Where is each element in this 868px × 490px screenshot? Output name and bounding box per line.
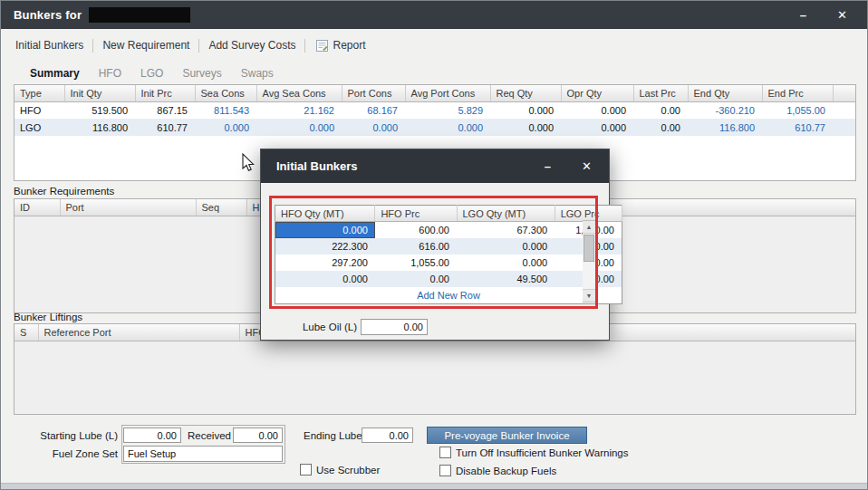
disable-backup-fuels-checkbox[interactable] bbox=[439, 465, 451, 476]
toolbar: Initial Bunkers New Requirement Add Surv… bbox=[1, 29, 867, 62]
bunker-requirements-title: Bunker Requirements bbox=[14, 186, 114, 197]
column-header-s: S bbox=[14, 324, 38, 341]
cell[interactable]: 0.000 bbox=[405, 119, 490, 136]
toolbar-separator bbox=[198, 39, 199, 53]
column-header-end-prc: End Prc bbox=[762, 85, 833, 101]
scrollbar-down-arrow-icon[interactable]: ▼ bbox=[583, 289, 595, 302]
dialog-row: 0.000 0.00 49.500 0.00 bbox=[275, 271, 622, 287]
dialog-row: 297.200 1,055.00 0.000 0.00 bbox=[275, 255, 622, 271]
cell[interactable]: 610.77 bbox=[762, 119, 833, 136]
summary-header-row: Type Init Qty Init Prc Sea Cons Avg Sea … bbox=[14, 85, 855, 101]
cell[interactable]: HFO bbox=[14, 101, 64, 119]
cell[interactable]: 0.000 bbox=[490, 119, 561, 136]
cell[interactable]: 5.829 bbox=[405, 101, 490, 119]
cell[interactable]: 0.000 bbox=[490, 101, 561, 119]
column-header-lgo-qty: LGO Qty (MT) bbox=[457, 206, 555, 222]
toolbar-add-survey-costs[interactable]: Add Survey Costs bbox=[208, 39, 295, 52]
cell[interactable]: 0.000 bbox=[457, 255, 555, 271]
cell[interactable]: 867.15 bbox=[135, 101, 195, 119]
cell[interactable]: 222.300 bbox=[275, 238, 375, 255]
cell[interactable]: 0.000 bbox=[256, 119, 342, 136]
toolbar-report-button[interactable]: Report bbox=[316, 39, 365, 52]
use-scrubber-checkbox[interactable] bbox=[300, 464, 312, 476]
dialog-controls: – ✕ bbox=[545, 159, 593, 173]
cell[interactable]: 0.000 bbox=[342, 119, 405, 136]
disable-backup-fuels-checkbox-row: Disable Backup Fuels bbox=[439, 465, 556, 476]
dialog-minimize-button[interactable]: – bbox=[545, 159, 551, 173]
close-button[interactable]: ✕ bbox=[837, 9, 847, 21]
cell[interactable]: 67.300 bbox=[457, 222, 555, 239]
report-icon bbox=[316, 40, 328, 52]
dialog-titlebar[interactable]: Initial Bunkers – ✕ bbox=[261, 149, 609, 183]
cell-selected[interactable]: 0.000 bbox=[275, 222, 375, 239]
cell[interactable]: 116.800 bbox=[688, 119, 762, 136]
cell[interactable]: 21.162 bbox=[256, 101, 342, 119]
dialog-grid-scrollbar[interactable]: ▲ ▼ bbox=[583, 220, 596, 303]
cell[interactable]: 811.543 bbox=[195, 101, 256, 119]
column-header-init-prc: Init Prc bbox=[135, 85, 195, 101]
cell[interactable]: 0.00 bbox=[375, 271, 457, 287]
turn-off-warnings-checkbox[interactable] bbox=[439, 447, 451, 458]
add-new-row: Add New Row bbox=[275, 287, 622, 303]
column-header-init-qty: Init Qty bbox=[64, 85, 135, 101]
cell[interactable]: 68.167 bbox=[342, 101, 405, 119]
received-input[interactable] bbox=[233, 428, 283, 443]
cell[interactable]: LGO bbox=[14, 119, 64, 136]
window-titlebar[interactable]: Bunkers for – ✕ bbox=[1, 1, 867, 29]
cell[interactable]: 0.00 bbox=[633, 119, 688, 136]
column-header-type: Type bbox=[14, 85, 64, 101]
cell[interactable]: 0.000 bbox=[457, 238, 555, 255]
initial-bunkers-grid: HFO Qty (MT) HFO Prc LGO Qty (MT) LGO Pr… bbox=[275, 205, 622, 304]
toolbar-report-label: Report bbox=[333, 39, 365, 52]
window-controls: – ✕ bbox=[800, 9, 854, 21]
cell[interactable]: 0.00 bbox=[633, 101, 688, 119]
starting-lube-input[interactable] bbox=[123, 428, 181, 443]
scrollbar-thumb[interactable] bbox=[583, 235, 594, 262]
dialog-header-row: HFO Qty (MT) HFO Prc LGO Qty (MT) LGO Pr… bbox=[275, 206, 622, 222]
toolbar-initial-bunkers[interactable]: Initial Bunkers bbox=[15, 39, 83, 52]
column-header-hfo-prc: HFO Prc bbox=[375, 206, 457, 222]
lube-oil-input[interactable] bbox=[361, 319, 428, 335]
column-header-port: Port bbox=[60, 199, 196, 216]
scrollbar-up-arrow-icon[interactable]: ▲ bbox=[583, 221, 595, 234]
cell[interactable]: 297.200 bbox=[275, 255, 375, 271]
ending-lube-input[interactable] bbox=[362, 428, 413, 443]
tab-bar: Summary HFO LGO Surveys Swaps bbox=[1, 62, 867, 84]
fuel-zone-input[interactable] bbox=[123, 446, 283, 462]
received-label: Received bbox=[188, 430, 231, 441]
column-header-reference-port: Reference Port bbox=[38, 324, 239, 341]
tab-surveys[interactable]: Surveys bbox=[182, 67, 221, 80]
use-scrubber-checkbox-row: Use Scrubber bbox=[300, 464, 380, 476]
cell[interactable]: -360.210 bbox=[688, 101, 762, 119]
warnings-checkbox-row: Turn Off Insufficient Bunker Warnings bbox=[439, 447, 628, 458]
starting-lube-label: Starting Lube (L) bbox=[14, 430, 118, 441]
cell[interactable]: 0.000 bbox=[275, 271, 375, 287]
minimize-button[interactable]: – bbox=[800, 9, 806, 21]
cell[interactable]: 0.000 bbox=[561, 101, 633, 119]
cell[interactable]: 519.500 bbox=[64, 101, 135, 119]
tab-lgo[interactable]: LGO bbox=[140, 67, 163, 80]
selected-cell-value: 0.000 bbox=[275, 222, 375, 238]
cell[interactable]: 1,055.00 bbox=[375, 255, 457, 271]
window-bottom-edge bbox=[1, 483, 867, 489]
fuel-zone-label: Fuel Zone Set bbox=[14, 448, 118, 459]
disable-backup-fuels-label: Disable Backup Fuels bbox=[456, 466, 556, 476]
cell[interactable]: 610.77 bbox=[135, 119, 195, 136]
tab-swaps[interactable]: Swaps bbox=[241, 67, 274, 80]
cell[interactable]: 616.00 bbox=[375, 238, 457, 255]
toolbar-new-requirement[interactable]: New Requirement bbox=[102, 39, 189, 52]
cell[interactable]: 600.00 bbox=[375, 222, 457, 239]
cell[interactable]: 1,055.00 bbox=[762, 101, 833, 119]
add-new-row-link[interactable]: Add New Row bbox=[275, 287, 622, 303]
cell[interactable]: 49.500 bbox=[457, 271, 555, 287]
cell[interactable]: 116.800 bbox=[64, 119, 135, 136]
cell[interactable]: 0.000 bbox=[561, 119, 633, 136]
use-scrubber-label: Use Scrubber bbox=[316, 465, 380, 476]
tab-summary[interactable]: Summary bbox=[30, 67, 80, 80]
pre-voyage-bunker-invoice-button[interactable]: Pre-voyage Bunker Invoice bbox=[427, 427, 587, 444]
column-header-lgo-prc: LGO Prc bbox=[555, 206, 622, 222]
cell[interactable]: 0.000 bbox=[195, 119, 256, 136]
tab-hfo[interactable]: HFO bbox=[99, 67, 121, 80]
toolbar-separator bbox=[304, 39, 305, 53]
dialog-close-button[interactable]: ✕ bbox=[582, 159, 592, 173]
